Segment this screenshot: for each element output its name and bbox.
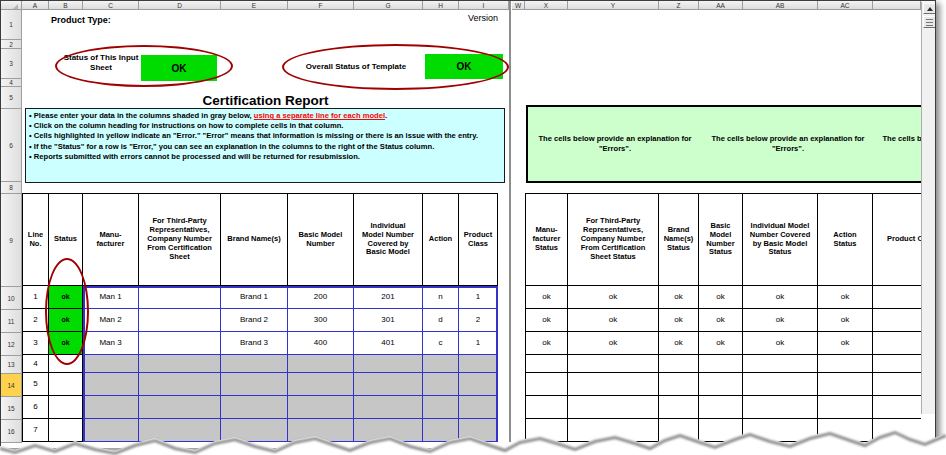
cell-G16[interactable] xyxy=(354,419,423,442)
column-header-W[interactable]: W xyxy=(512,1,525,10)
column-header-X[interactable]: X xyxy=(525,1,568,10)
cell-H13[interactable] xyxy=(423,355,459,373)
cell-A13[interactable]: 4 xyxy=(22,355,49,373)
cell-X14[interactable] xyxy=(525,373,568,396)
cell-Z13[interactable] xyxy=(659,355,699,373)
cell-Z11[interactable]: ok xyxy=(659,309,699,332)
row-header-2[interactable]: 2 xyxy=(1,40,22,49)
cell-B13[interactable] xyxy=(49,355,83,373)
cell-G11[interactable]: 301 xyxy=(354,309,423,332)
cell-Z16[interactable] xyxy=(659,419,699,442)
column-header-AC[interactable]: AC xyxy=(818,1,873,10)
column-header-G[interactable]: G xyxy=(354,1,423,10)
cell-B10[interactable]: ok xyxy=(49,286,83,309)
column-header-Z[interactable]: Z xyxy=(659,1,699,10)
cell-AD12[interactable] xyxy=(873,332,921,355)
cell-AC15[interactable] xyxy=(818,396,873,419)
cell-Y14[interactable] xyxy=(568,373,659,396)
cell-E9[interactable]: Brand Name(s) xyxy=(221,193,288,286)
cell-H10[interactable]: n xyxy=(423,286,459,309)
vertical-scrollbar[interactable] xyxy=(921,2,936,414)
cell-I9[interactable]: Product Class xyxy=(459,193,498,286)
cell-C15[interactable] xyxy=(83,396,139,419)
cell-I15[interactable] xyxy=(459,396,498,419)
cell-Z9[interactable]: Brand Name(s) Status xyxy=(659,193,699,286)
cell-AD13[interactable] xyxy=(873,355,921,373)
cell-AB16[interactable] xyxy=(743,419,818,442)
row-header-5[interactable]: 5 xyxy=(1,87,22,109)
cell-G10[interactable]: 201 xyxy=(354,286,423,309)
cell-H15[interactable] xyxy=(423,396,459,419)
cell-AD15[interactable] xyxy=(873,396,921,419)
input-sheet-status-value[interactable]: OK xyxy=(141,55,217,81)
cell-AC11[interactable]: ok xyxy=(818,309,873,332)
row-header-12[interactable]: 12 xyxy=(1,333,22,356)
cell-E14[interactable] xyxy=(221,373,288,396)
cell-I13[interactable] xyxy=(459,355,498,373)
cell-Z12[interactable]: ok xyxy=(659,332,699,355)
cell-AC9[interactable]: Action Status xyxy=(818,193,873,286)
column-header-D[interactable]: D xyxy=(139,1,221,10)
cell-E16[interactable] xyxy=(221,419,288,442)
pane-split-divider[interactable] xyxy=(509,1,511,442)
row-header-8[interactable]: 8 xyxy=(1,182,22,194)
row-header-6[interactable]: 6 xyxy=(1,109,22,182)
cell-G9[interactable]: Individual Model Number Covered by Basic… xyxy=(354,193,423,286)
cell-X10[interactable]: ok xyxy=(525,286,568,309)
cell-Y12[interactable]: ok xyxy=(568,332,659,355)
cell-AC10[interactable]: ok xyxy=(818,286,873,309)
cell-Y15[interactable] xyxy=(568,396,659,419)
cell-E10[interactable]: Brand 1 xyxy=(221,286,288,309)
cell-B15[interactable] xyxy=(49,396,83,419)
cell-A9[interactable]: Line No. xyxy=(22,193,49,286)
cell-F9[interactable]: Basic Model Number xyxy=(288,193,354,286)
cell-X9[interactable]: Manu-facturer Status xyxy=(525,193,568,286)
cell-AA13[interactable] xyxy=(699,355,743,373)
row-header-15[interactable]: 15 xyxy=(1,397,22,420)
cell-G12[interactable]: 401 xyxy=(354,332,423,355)
cell-B16[interactable] xyxy=(49,419,83,442)
cell-AD16[interactable] xyxy=(873,419,921,442)
cell-AC16[interactable] xyxy=(818,419,873,442)
cell-D11[interactable] xyxy=(139,309,221,332)
cell-A15[interactable]: 6 xyxy=(22,396,49,419)
cell-AD10[interactable] xyxy=(873,286,921,309)
scrollbar-split-handle[interactable] xyxy=(923,16,936,28)
cell-E12[interactable]: Brand 3 xyxy=(221,332,288,355)
cell-C12[interactable]: Man 3 xyxy=(83,332,139,355)
cell-Y9[interactable]: For Third-Party Representatives, Company… xyxy=(568,193,659,286)
column-header-H[interactable]: H xyxy=(423,1,459,10)
cell-AD11[interactable] xyxy=(873,309,921,332)
cell-I11[interactable]: 2 xyxy=(459,309,498,332)
row-header-16[interactable]: 16 xyxy=(1,420,22,443)
cell-Z15[interactable] xyxy=(659,396,699,419)
cell-A11[interactable]: 2 xyxy=(22,309,49,332)
row-header-9[interactable]: 9 xyxy=(1,194,22,287)
cell-A16[interactable]: 7 xyxy=(22,419,49,442)
cell-E15[interactable] xyxy=(221,396,288,419)
row-header-10[interactable]: 10 xyxy=(1,287,22,310)
column-header-A[interactable]: A xyxy=(22,1,49,10)
cell-E11[interactable]: Brand 2 xyxy=(221,309,288,332)
cell-C10[interactable]: Man 1 xyxy=(83,286,139,309)
cell-F13[interactable] xyxy=(288,355,354,373)
cell-AA15[interactable] xyxy=(699,396,743,419)
cell-C13[interactable] xyxy=(83,355,139,373)
cell-D9[interactable]: For Third-Party Representatives, Company… xyxy=(139,193,221,286)
cell-AB13[interactable] xyxy=(743,355,818,373)
cell-Z10[interactable]: ok xyxy=(659,286,699,309)
cell-A12[interactable]: 3 xyxy=(22,332,49,355)
column-header-AB[interactable]: AB xyxy=(743,1,818,10)
cell-AC13[interactable] xyxy=(818,355,873,373)
cell-AB15[interactable] xyxy=(743,396,818,419)
cell-F10[interactable]: 200 xyxy=(288,286,354,309)
cell-H11[interactable]: d xyxy=(423,309,459,332)
cell-B9[interactable]: Status xyxy=(49,193,83,286)
cell-X11[interactable]: ok xyxy=(525,309,568,332)
cell-Y10[interactable]: ok xyxy=(568,286,659,309)
cell-X15[interactable] xyxy=(525,396,568,419)
column-header-C[interactable]: C xyxy=(83,1,139,10)
cell-AA14[interactable] xyxy=(699,373,743,396)
cell-C9[interactable]: Manu-facturer xyxy=(83,193,139,286)
cell-F14[interactable] xyxy=(288,373,354,396)
